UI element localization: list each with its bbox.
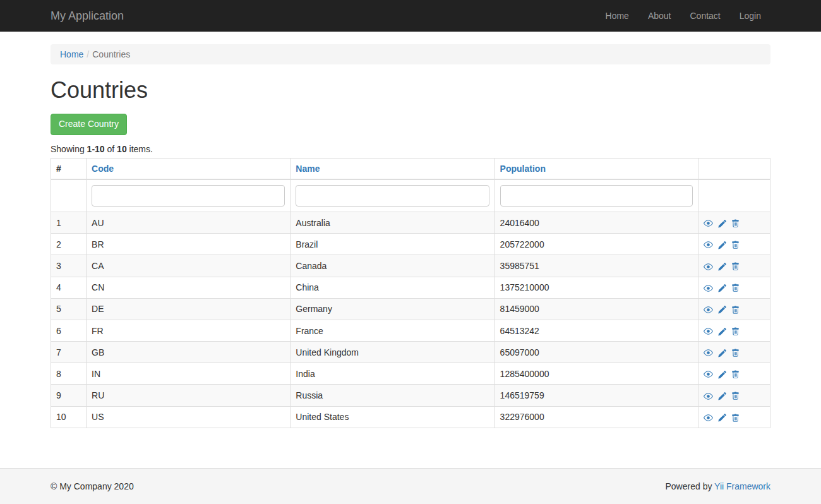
row-population: 146519759	[494, 385, 698, 406]
delete-button[interactable]	[731, 412, 740, 422]
col-header-number: #	[51, 158, 87, 179]
row-name: China	[291, 277, 494, 298]
row-actions	[698, 320, 770, 341]
view-button[interactable]	[704, 283, 713, 293]
update-button[interactable]	[718, 413, 726, 423]
trash-icon	[731, 347, 740, 357]
nav-item: About	[638, 0, 681, 32]
trash-icon	[731, 390, 740, 400]
delete-button[interactable]	[731, 261, 740, 271]
page-title: Countries	[51, 77, 770, 104]
view-button[interactable]	[704, 412, 713, 423]
update-button[interactable]	[718, 369, 726, 379]
powered-by: Powered by Yii Framework	[665, 481, 770, 491]
pencil-icon	[718, 347, 726, 357]
name-filter-input[interactable]	[296, 185, 489, 207]
delete-button[interactable]	[731, 348, 740, 357]
delete-button[interactable]	[731, 283, 740, 292]
row-population: 81459000	[494, 298, 698, 320]
update-button[interactable]	[718, 391, 726, 400]
pencil-icon	[718, 390, 726, 400]
pencil-icon	[718, 412, 726, 423]
row-population: 1285400000	[494, 363, 698, 385]
row-actions	[698, 234, 770, 255]
row-name: Germany	[291, 298, 494, 320]
breadcrumb: Home / Countries	[51, 44, 770, 64]
summary-range: 1-10	[87, 144, 105, 154]
summary-total: 10	[117, 144, 127, 154]
table-header-row: # Code Name Population	[51, 158, 770, 179]
row-number: 9	[51, 385, 87, 406]
breadcrumb-item: Home	[60, 49, 83, 59]
delete-button[interactable]	[731, 391, 740, 400]
navbar-brand[interactable]: My Application	[51, 0, 124, 32]
update-button[interactable]	[718, 327, 726, 336]
col-header-name-sort-link[interactable]: Name	[296, 164, 320, 174]
row-population: 24016400	[494, 212, 698, 233]
table-row: 3 CA Canada 35985751	[51, 255, 770, 277]
row-name: United Kingdom	[291, 342, 494, 363]
pencil-icon	[718, 261, 726, 271]
view-button[interactable]	[704, 261, 713, 272]
view-button[interactable]	[704, 218, 713, 228]
row-number: 1	[51, 212, 87, 233]
table-row: 7 GB United Kingdom 65097000	[51, 342, 770, 363]
update-button[interactable]	[718, 261, 726, 271]
pencil-icon	[718, 326, 726, 336]
view-button[interactable]	[704, 240, 713, 250]
update-button[interactable]	[718, 305, 726, 315]
row-number: 3	[51, 255, 87, 277]
nav-item-about[interactable]: About	[638, 0, 681, 32]
view-button[interactable]	[704, 391, 713, 401]
update-button[interactable]	[718, 240, 726, 249]
view-button[interactable]	[704, 304, 713, 315]
navbar: My Application Home About Contact Login	[0, 0, 821, 32]
row-name: United States	[291, 406, 494, 428]
delete-button[interactable]	[731, 219, 740, 228]
table-row: 8 IN India 1285400000	[51, 363, 770, 385]
row-actions	[698, 298, 770, 320]
update-button[interactable]	[718, 283, 726, 292]
eye-icon	[704, 369, 713, 379]
nav-item-contact[interactable]: Contact	[680, 0, 729, 32]
eye-icon	[704, 390, 713, 400]
nav-item-login[interactable]: Login	[730, 0, 770, 32]
update-button[interactable]	[718, 219, 726, 228]
delete-button[interactable]	[731, 240, 740, 249]
nav-item-home[interactable]: Home	[596, 0, 638, 32]
delete-button[interactable]	[731, 369, 740, 379]
view-button[interactable]	[704, 326, 713, 336]
col-header-population-sort-link[interactable]: Population	[500, 164, 546, 174]
row-name: Russia	[291, 385, 494, 406]
update-button[interactable]	[718, 348, 726, 357]
delete-button[interactable]	[731, 327, 740, 336]
row-population: 65097000	[494, 342, 698, 363]
table-row: 10 US United States 322976000	[51, 406, 770, 428]
pencil-icon	[718, 304, 726, 315]
pencil-icon	[718, 218, 726, 228]
row-population: 322976000	[494, 406, 698, 428]
main-content: Home / Countries Countries Create Countr…	[0, 32, 821, 455]
row-number: 8	[51, 363, 87, 385]
eye-icon	[704, 347, 713, 357]
row-actions	[698, 385, 770, 406]
nav-item: Login	[730, 0, 770, 32]
eye-icon	[704, 412, 713, 422]
code-filter-input[interactable]	[92, 185, 285, 207]
population-filter-input[interactable]	[500, 185, 693, 207]
view-button[interactable]	[704, 369, 713, 380]
navbar-menu: Home About Contact Login	[596, 0, 770, 32]
filter-cell-empty	[698, 179, 770, 212]
breadcrumb-home-link[interactable]: Home	[60, 49, 83, 59]
view-button[interactable]	[704, 348, 713, 358]
col-header-code-sort-link[interactable]: Code	[92, 164, 114, 174]
create-country-button[interactable]: Create Country	[51, 114, 127, 135]
table-row: 4 CN China 1375210000	[51, 277, 770, 298]
delete-button[interactable]	[731, 304, 740, 314]
table-row: 5 DE Germany 81459000	[51, 298, 770, 320]
yii-framework-link[interactable]: Yii Framework	[714, 481, 770, 491]
row-population: 205722000	[494, 234, 698, 255]
summary-text: Showing 1-10 of 10 items.	[51, 144, 770, 154]
eye-icon	[704, 261, 713, 271]
row-code: IN	[87, 363, 291, 385]
